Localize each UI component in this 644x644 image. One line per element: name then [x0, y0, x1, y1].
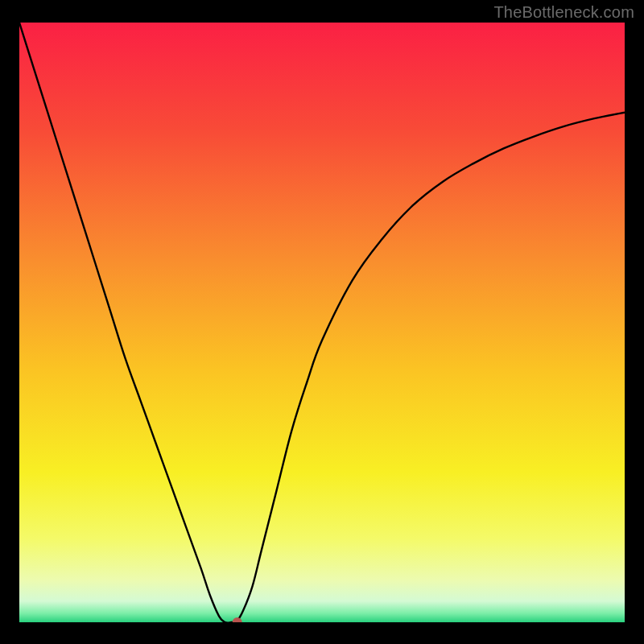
watermark-text: TheBottleneck.com	[493, 3, 634, 22]
chart-frame: TheBottleneck.com	[0, 0, 644, 644]
bottleneck-chart	[19, 23, 625, 622]
plot-area	[19, 23, 625, 622]
gradient-background	[19, 23, 625, 622]
